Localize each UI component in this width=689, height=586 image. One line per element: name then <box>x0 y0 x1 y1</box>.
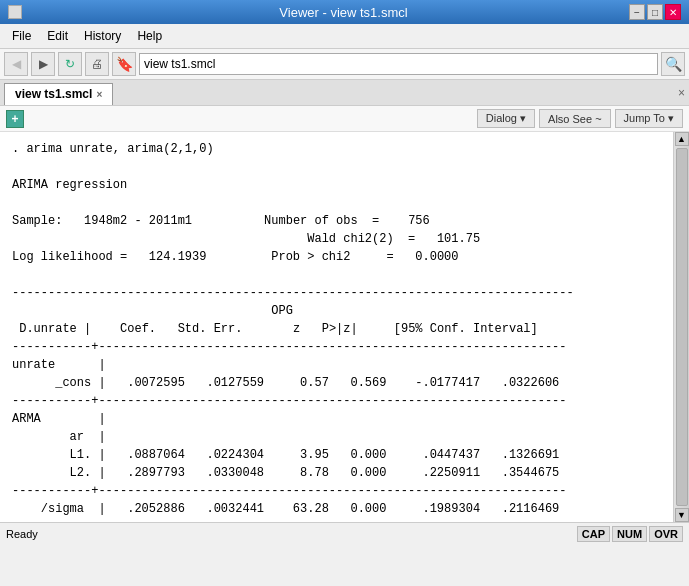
tab-view-ts1[interactable]: view ts1.smcl × <box>4 83 113 105</box>
scroll-thumb[interactable] <box>676 148 688 506</box>
blank2 <box>12 194 661 212</box>
content-area[interactable]: . arima unrate, arima(2,1,0) ARIMA regre… <box>0 132 673 522</box>
minimize-button[interactable]: − <box>629 4 645 20</box>
group-ar: ar | <box>12 428 661 446</box>
status-text: Ready <box>6 528 38 540</box>
row-l2: L2. | .2897793 .0330048 8.78 0.000 .2250… <box>12 464 661 482</box>
table-header-opg: OPG <box>12 302 661 320</box>
table-divider-top: ----------------------------------------… <box>12 284 661 302</box>
address-input[interactable] <box>139 53 658 75</box>
blank1 <box>12 158 661 176</box>
menu-edit[interactable]: Edit <box>39 26 76 46</box>
command-line: . arima unrate, arima(2,1,0) <box>12 140 661 158</box>
window-controls[interactable]: − □ ✕ <box>629 4 681 20</box>
regression-title: ARIMA regression <box>12 176 661 194</box>
status-badges: CAP NUM OVR <box>577 526 683 542</box>
group-arma: ARMA | <box>12 410 661 428</box>
menu-bar: File Edit History Help <box>0 24 689 49</box>
blank3 <box>12 266 661 284</box>
maximize-button[interactable]: □ <box>647 4 663 20</box>
status-num: NUM <box>612 526 647 542</box>
table-divider-header: -----------+----------------------------… <box>12 338 661 356</box>
status-ovr: OVR <box>649 526 683 542</box>
row-sigma: /sigma | .2052886 .0032441 63.28 0.000 .… <box>12 500 661 518</box>
forward-button[interactable]: ▶ <box>31 52 55 76</box>
table-header: D.unrate | Coef. Std. Err. z P>|z| [95% … <box>12 320 661 338</box>
content-wrapper: . arima unrate, arima(2,1,0) ARIMA regre… <box>0 132 689 522</box>
content-toolbar-right: Dialog ▾ Also See ~ Jump To ▾ <box>477 109 683 128</box>
menu-help[interactable]: Help <box>129 26 170 46</box>
tab-area: view ts1.smcl × × <box>0 80 689 106</box>
table-divider-bot: ----------------------------------------… <box>12 518 661 522</box>
pin-icon[interactable]: × <box>678 86 685 100</box>
tab-close-icon[interactable]: × <box>96 89 102 100</box>
refresh-button[interactable]: ↻ <box>58 52 82 76</box>
tab-label: view ts1.smcl <box>15 87 92 101</box>
dialog-button[interactable]: Dialog ▾ <box>477 109 535 128</box>
wald-line: Wald chi2(2) = 101.75 <box>12 230 661 248</box>
tab-right-controls: × <box>678 86 685 103</box>
menu-file[interactable]: File <box>4 26 39 46</box>
scrollbar[interactable]: ▲ ▼ <box>673 132 689 522</box>
toolbar: ◀ ▶ ↻ 🖨 🔖 🔍 <box>0 49 689 80</box>
scroll-down[interactable]: ▼ <box>675 508 689 522</box>
status-cap: CAP <box>577 526 610 542</box>
tabs: view ts1.smcl × <box>4 83 113 105</box>
table-divider-3: -----------+----------------------------… <box>12 482 661 500</box>
close-button[interactable]: ✕ <box>665 4 681 20</box>
window-title: Viewer - view ts1.smcl <box>58 5 629 20</box>
new-tab-icon[interactable]: + <box>6 110 24 128</box>
content-toolbar: + Dialog ▾ Also See ~ Jump To ▾ <box>0 106 689 132</box>
group-unrate: unrate | <box>12 356 661 374</box>
row-l1: L1. | .0887064 .0224304 3.95 0.000 .0447… <box>12 446 661 464</box>
back-button[interactable]: ◀ <box>4 52 28 76</box>
table-divider-2: -----------+----------------------------… <box>12 392 661 410</box>
status-bar: Ready CAP NUM OVR <box>0 522 689 544</box>
print-button[interactable]: 🖨 <box>85 52 109 76</box>
row-cons: _cons | .0072595 .0127559 0.57 0.569 -.0… <box>12 374 661 392</box>
bookmark-button[interactable]: 🔖 <box>112 52 136 76</box>
jump-to-button[interactable]: Jump To ▾ <box>615 109 683 128</box>
search-button[interactable]: 🔍 <box>661 52 685 76</box>
menu-history[interactable]: History <box>76 26 129 46</box>
scroll-up[interactable]: ▲ <box>675 132 689 146</box>
title-bar: Viewer - view ts1.smcl − □ ✕ <box>0 0 689 24</box>
sample-line: Sample: 1948m2 - 2011m1 Number of obs = … <box>12 212 661 230</box>
also-see-button[interactable]: Also See ~ <box>539 109 611 128</box>
loglik-line: Log likelihood = 124.1939 Prob > chi2 = … <box>12 248 661 266</box>
